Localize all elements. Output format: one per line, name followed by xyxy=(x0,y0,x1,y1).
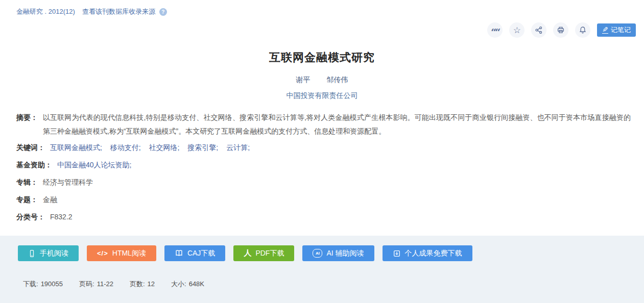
bell-icon xyxy=(579,26,587,34)
quote-icon xyxy=(491,28,499,32)
fund-row: 基金资助： 中国金融40人论坛资助; xyxy=(16,160,631,170)
article-toolbar: 记笔记 xyxy=(0,16,644,38)
keyword-link[interactable]: 移动支付; xyxy=(110,143,141,152)
download-box-icon xyxy=(393,249,401,258)
keyword-link[interactable]: 云计算; xyxy=(226,143,250,152)
fund-link[interactable]: 中国金融40人论坛资助; xyxy=(57,160,131,170)
clc-row: 分类号： F832.2 xyxy=(16,212,631,222)
file-size-stat: 大小:648K xyxy=(171,280,204,289)
take-notes-label: 记笔记 xyxy=(611,26,631,35)
open-book-icon xyxy=(175,249,183,257)
file-size-label: 大小: xyxy=(171,280,186,288)
pencil-icon xyxy=(602,27,608,34)
action-label: 手机阅读 xyxy=(40,249,68,258)
code-icon xyxy=(97,249,108,257)
keywords-row: 关键词： 互联网金融模式; 移动支付; 社交网络; 搜索引擎; 云计算; xyxy=(16,142,631,153)
article-meta: 摘要： 以互联网为代表的现代信息科技,特别是移动支付、社交网络、搜索引擎和云计算… xyxy=(0,100,644,222)
share-icon xyxy=(535,26,543,34)
personal-free-download-button[interactable]: 个人成果免费下载 xyxy=(383,245,472,261)
affiliation: 中国投资有限责任公司 xyxy=(0,91,644,100)
printer-icon xyxy=(557,26,565,34)
action-label: AI 辅助阅读 xyxy=(326,249,364,258)
album-label: 专辑： xyxy=(16,177,38,187)
page-range-value: 11-22 xyxy=(97,280,113,288)
keyword-link[interactable]: 社交网络; xyxy=(149,143,180,152)
downloads-label: 下载: xyxy=(23,280,38,288)
ai-assist-read-button[interactable]: AI AI 辅助阅读 xyxy=(302,245,374,261)
keyword-link[interactable]: 互联网金融模式; xyxy=(50,143,102,152)
pdf-icon xyxy=(244,248,251,258)
abstract-row: 摘要： 以互联网为代表的现代信息科技,特别是移动支付、社交网络、搜索引擎和云计算… xyxy=(16,111,631,138)
page-count-stat: 页数:12 xyxy=(130,280,155,289)
breadcrumb: 金融研究 . 2012(12) 查看该刊数据库收录来源 ? xyxy=(0,0,644,16)
file-size-value: 648K xyxy=(189,280,204,288)
author-link[interactable]: 谢平 xyxy=(296,75,311,84)
downloads-value: 190055 xyxy=(41,280,63,288)
action-label: HTML阅读 xyxy=(112,249,146,258)
clc-value: F832.2 xyxy=(50,212,73,222)
topic-value: 金融 xyxy=(43,194,57,205)
mobile-read-button[interactable]: 手机阅读 xyxy=(18,245,79,261)
share-button[interactable] xyxy=(531,22,546,38)
page-range-label: 页码: xyxy=(79,280,94,288)
page-range-stat: 页码:11-22 xyxy=(79,280,113,289)
action-label: PDF下载 xyxy=(255,249,284,258)
page-count-value: 12 xyxy=(148,280,155,288)
help-icon[interactable]: ? xyxy=(159,8,167,16)
action-label: CAJ下载 xyxy=(187,249,215,258)
print-button[interactable] xyxy=(553,22,568,38)
affiliation-link[interactable]: 中国投资有限责任公司 xyxy=(287,91,358,99)
author-list: 谢平 邹传伟 xyxy=(0,75,644,85)
page-title: 互联网金融模式研究 xyxy=(0,50,644,65)
fund-label: 基金资助： xyxy=(16,160,52,170)
topic-row: 专题： 金融 xyxy=(16,194,631,205)
keywords-list: 互联网金融模式; 移动支付; 社交网络; 搜索引擎; 云计算; xyxy=(50,142,256,153)
album-row: 专辑： 经济与管理科学 xyxy=(16,177,631,187)
alert-button[interactable] xyxy=(575,22,590,38)
abstract-text: 以互联网为代表的现代信息科技,特别是移动支付、社交网络、搜索引擎和云计算等,将对… xyxy=(43,111,631,138)
album-value: 经济与管理科学 xyxy=(43,177,93,187)
download-section: 手机阅读 HTML阅读 CAJ下载 PDF下载 xyxy=(0,236,644,303)
mobile-phone-icon xyxy=(28,249,36,258)
database-source-link[interactable]: 查看该刊数据库收录来源 xyxy=(82,7,155,16)
journal-issue-link[interactable]: 金融研究 . 2012(12) xyxy=(16,7,75,16)
article-stats: 下载:190055 页码:11-22 页数:12 大小:648K xyxy=(0,261,644,289)
pdf-download-button[interactable]: PDF下载 xyxy=(233,245,294,261)
topic-label: 专题： xyxy=(16,194,38,205)
abstract-label: 摘要： xyxy=(16,111,38,138)
action-buttons: 手机阅读 HTML阅读 CAJ下载 PDF下载 xyxy=(0,236,644,261)
html-read-button[interactable]: HTML阅读 xyxy=(87,245,156,261)
keywords-label: 关键词： xyxy=(16,142,45,153)
cite-button[interactable] xyxy=(487,22,503,38)
clc-label: 分类号： xyxy=(16,212,45,222)
caj-download-button[interactable]: CAJ下载 xyxy=(164,245,225,261)
take-notes-button[interactable]: 记笔记 xyxy=(597,23,636,37)
downloads-stat: 下载:190055 xyxy=(23,280,63,289)
page-count-label: 页数: xyxy=(130,280,145,288)
star-favorite-icon xyxy=(513,25,521,36)
favorite-button[interactable] xyxy=(509,22,524,38)
action-label: 个人成果免费下载 xyxy=(405,249,462,258)
author-link[interactable]: 邹传伟 xyxy=(326,75,348,84)
keyword-link[interactable]: 搜索引擎; xyxy=(187,143,218,152)
article-detail-page: 金融研究 . 2012(12) 查看该刊数据库收录来源 ? xyxy=(0,0,644,303)
ai-hexagon-icon: AI xyxy=(313,249,322,258)
